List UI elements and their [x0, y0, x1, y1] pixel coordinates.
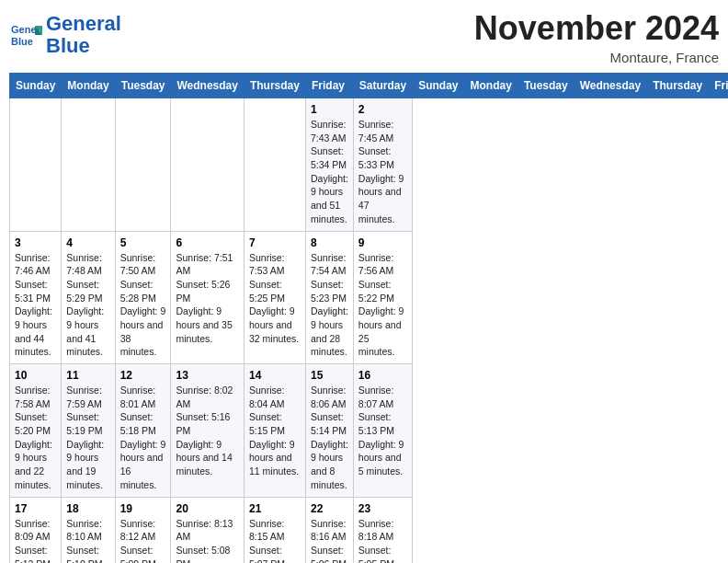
day-number: 22 [311, 502, 348, 515]
day-cell: 18Sunrise: 8:10 AMSunset: 5:10 PMDayligh… [62, 497, 115, 563]
day-cell: 22Sunrise: 8:16 AMSunset: 5:06 PMDayligh… [305, 497, 353, 563]
day-info: Sunrise: 8:12 AMSunset: 5:09 PMDaylight:… [120, 517, 166, 564]
header-tuesday: Tuesday [115, 74, 171, 98]
svg-text:Blue: Blue [11, 36, 33, 47]
day-info: Sunrise: 8:13 AMSunset: 5:08 PMDaylight:… [176, 517, 238, 564]
day-number: 6 [176, 236, 238, 249]
header-sunday: Sunday [10, 74, 62, 98]
logo-line2: Blue [46, 34, 90, 57]
day-cell: 8Sunrise: 7:54 AMSunset: 5:23 PMDaylight… [305, 231, 353, 364]
day-info: Sunrise: 7:54 AMSunset: 5:23 PMDaylight:… [311, 251, 348, 360]
day-cell [62, 98, 115, 232]
day-cell: 20Sunrise: 8:13 AMSunset: 5:08 PMDayligh… [171, 497, 244, 563]
day-info: Sunrise: 8:01 AMSunset: 5:18 PMDaylight:… [120, 384, 166, 492]
day-cell: 14Sunrise: 8:04 AMSunset: 5:15 PMDayligh… [244, 364, 305, 498]
day-cell: 12Sunrise: 8:01 AMSunset: 5:18 PMDayligh… [115, 364, 171, 498]
day-info: Sunrise: 8:06 AMSunset: 5:14 PMDaylight:… [311, 384, 348, 492]
day-cell: 2Sunrise: 7:45 AMSunset: 5:33 PMDaylight… [353, 98, 412, 232]
week-row-4: 17Sunrise: 8:09 AMSunset: 5:12 PMDayligh… [10, 497, 729, 563]
day-number: 13 [176, 369, 238, 382]
day-number: 18 [66, 502, 109, 515]
day-cell: 13Sunrise: 8:02 AMSunset: 5:16 PMDayligh… [171, 364, 244, 498]
day-info: Sunrise: 8:02 AMSunset: 5:16 PMDaylight:… [176, 384, 238, 478]
day-number: 11 [66, 369, 109, 382]
logo-icon: General Blue [9, 18, 42, 52]
day-info: Sunrise: 7:53 AMSunset: 5:25 PMDaylight:… [249, 251, 301, 346]
day-number: 20 [176, 502, 238, 515]
day-cell: 5Sunrise: 7:50 AMSunset: 5:28 PMDaylight… [115, 231, 171, 364]
day-number: 12 [120, 369, 166, 382]
day-number: 23 [358, 502, 407, 515]
header-wednesday: Wednesday [171, 74, 244, 98]
header-saturday: Saturday [353, 74, 412, 98]
day-number: 5 [120, 236, 166, 249]
day-info: Sunrise: 7:48 AMSunset: 5:29 PMDaylight:… [66, 251, 109, 360]
day-info: Sunrise: 8:15 AMSunset: 5:07 PMDaylight:… [249, 517, 301, 564]
logo-line1: General [46, 12, 121, 35]
week-row-1: 1Sunrise: 7:43 AMSunset: 5:34 PMDaylight… [10, 98, 729, 232]
day-number: 15 [311, 369, 348, 382]
day-cell: 21Sunrise: 8:15 AMSunset: 5:07 PMDayligh… [244, 497, 305, 563]
day-cell: 4Sunrise: 7:48 AMSunset: 5:29 PMDaylight… [62, 231, 115, 364]
col-header-friday: Friday [709, 74, 728, 98]
day-number: 4 [66, 236, 109, 249]
header-thursday: Thursday [244, 74, 305, 98]
day-info: Sunrise: 7:50 AMSunset: 5:28 PMDaylight:… [120, 251, 166, 360]
day-info: Sunrise: 7:45 AMSunset: 5:33 PMDaylight:… [358, 118, 407, 226]
day-info: Sunrise: 8:09 AMSunset: 5:12 PMDaylight:… [15, 517, 56, 564]
header: General Blue General Blue November 2024 … [9, 9, 719, 65]
day-cell: 23Sunrise: 8:18 AMSunset: 5:05 PMDayligh… [353, 497, 412, 563]
logo: General Blue General Blue [9, 13, 121, 57]
day-number: 21 [249, 502, 301, 515]
day-info: Sunrise: 7:46 AMSunset: 5:31 PMDaylight:… [15, 251, 56, 360]
day-number: 17 [15, 502, 56, 515]
day-cell [10, 98, 62, 232]
day-number: 16 [358, 369, 407, 382]
day-cell: 19Sunrise: 8:12 AMSunset: 5:09 PMDayligh… [115, 497, 171, 563]
col-header-monday: Monday [464, 74, 518, 98]
day-cell: 15Sunrise: 8:06 AMSunset: 5:14 PMDayligh… [305, 364, 353, 498]
location: Montaure, France [474, 50, 719, 65]
day-cell [244, 98, 305, 232]
day-number: 14 [249, 369, 301, 382]
day-cell: 9Sunrise: 7:56 AMSunset: 5:22 PMDaylight… [353, 231, 412, 364]
day-number: 7 [249, 236, 301, 249]
day-cell: 6Sunrise: 7:51 AMSunset: 5:26 PMDaylight… [171, 231, 244, 364]
day-info: Sunrise: 7:59 AMSunset: 5:19 PMDaylight:… [66, 384, 109, 492]
day-number: 3 [15, 236, 56, 249]
col-header-tuesday: Tuesday [518, 74, 574, 98]
day-info: Sunrise: 8:07 AMSunset: 5:13 PMDaylight:… [358, 384, 407, 478]
day-cell: 7Sunrise: 7:53 AMSunset: 5:25 PMDaylight… [244, 231, 305, 364]
day-cell [171, 98, 244, 232]
title-block: November 2024 Montaure, France [474, 9, 719, 65]
day-info: Sunrise: 7:43 AMSunset: 5:34 PMDaylight:… [311, 118, 348, 226]
day-cell: 1Sunrise: 7:43 AMSunset: 5:34 PMDaylight… [305, 98, 353, 232]
day-number: 9 [358, 236, 407, 249]
day-number: 10 [15, 369, 56, 382]
day-cell [115, 98, 171, 232]
day-number: 2 [358, 103, 407, 116]
day-cell: 3Sunrise: 7:46 AMSunset: 5:31 PMDaylight… [10, 231, 62, 364]
day-info: Sunrise: 8:16 AMSunset: 5:06 PMDaylight:… [311, 517, 348, 564]
col-header-sunday: Sunday [413, 74, 464, 98]
week-row-3: 10Sunrise: 7:58 AMSunset: 5:20 PMDayligh… [10, 364, 729, 498]
col-header-thursday: Thursday [647, 74, 709, 98]
day-info: Sunrise: 7:58 AMSunset: 5:20 PMDaylight:… [15, 384, 56, 492]
day-info: Sunrise: 7:56 AMSunset: 5:22 PMDaylight:… [358, 251, 407, 360]
day-number: 8 [311, 236, 348, 249]
calendar-table: SundayMondayTuesdayWednesdayThursdayFrid… [9, 73, 728, 563]
day-info: Sunrise: 8:04 AMSunset: 5:15 PMDaylight:… [249, 384, 301, 478]
header-friday: Friday [305, 74, 353, 98]
day-number: 19 [120, 502, 166, 515]
calendar-header-row: SundayMondayTuesdayWednesdayThursdayFrid… [10, 74, 729, 98]
day-info: Sunrise: 8:10 AMSunset: 5:10 PMDaylight:… [66, 517, 109, 564]
col-header-wednesday: Wednesday [574, 74, 646, 98]
day-number: 1 [311, 103, 348, 116]
day-info: Sunrise: 8:18 AMSunset: 5:05 PMDaylight:… [358, 517, 407, 564]
logo-text: General Blue [46, 13, 121, 57]
day-cell: 16Sunrise: 8:07 AMSunset: 5:13 PMDayligh… [353, 364, 412, 498]
day-cell: 10Sunrise: 7:58 AMSunset: 5:20 PMDayligh… [10, 364, 62, 498]
day-cell: 11Sunrise: 7:59 AMSunset: 5:19 PMDayligh… [62, 364, 115, 498]
header-monday: Monday [62, 74, 115, 98]
day-cell: 17Sunrise: 8:09 AMSunset: 5:12 PMDayligh… [10, 497, 62, 563]
